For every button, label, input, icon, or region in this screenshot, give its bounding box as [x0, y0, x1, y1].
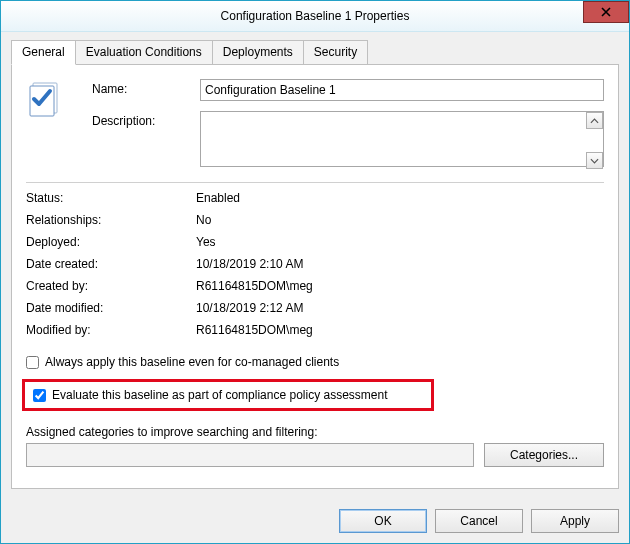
assigned-categories-label: Assigned categories to improve searching… — [26, 425, 604, 439]
tab-evaluation-conditions[interactable]: Evaluation Conditions — [75, 40, 213, 65]
description-scroll-down[interactable] — [586, 152, 603, 169]
evaluate-checkbox[interactable] — [33, 389, 46, 402]
name-label: Name: — [92, 79, 192, 96]
deployed-label: Deployed: — [26, 235, 196, 249]
created-by-value: R61164815DOM\meg — [196, 279, 604, 293]
close-icon — [601, 7, 611, 17]
always-apply-label[interactable]: Always apply this baseline even for co-m… — [45, 355, 339, 369]
deployed-value: Yes — [196, 235, 604, 249]
assigned-categories-box — [26, 443, 474, 467]
separator — [26, 182, 604, 183]
highlighted-option: Evaluate this baseline as part of compli… — [22, 379, 434, 411]
date-modified-label: Date modified: — [26, 301, 196, 315]
dialog-window: Configuration Baseline 1 Properties Gene… — [0, 0, 630, 544]
ok-button[interactable]: OK — [339, 509, 427, 533]
description-scroll-up[interactable] — [586, 112, 603, 129]
window-title: Configuration Baseline 1 Properties — [221, 9, 410, 23]
status-label: Status: — [26, 191, 196, 205]
relationships-label: Relationships: — [26, 213, 196, 227]
description-input[interactable] — [200, 111, 604, 167]
created-by-label: Created by: — [26, 279, 196, 293]
always-apply-checkbox[interactable] — [26, 356, 39, 369]
properties-grid: Status: Enabled Relationships: No Deploy… — [26, 191, 604, 337]
close-button[interactable] — [583, 1, 629, 23]
categories-button[interactable]: Categories... — [484, 443, 604, 467]
name-input[interactable] — [200, 79, 604, 101]
date-modified-value: 10/18/2019 2:12 AM — [196, 301, 604, 315]
evaluate-label[interactable]: Evaluate this baseline as part of compli… — [52, 388, 388, 402]
status-value: Enabled — [196, 191, 604, 205]
chevron-down-icon — [590, 158, 599, 164]
relationships-value: No — [196, 213, 604, 227]
cancel-button[interactable]: Cancel — [435, 509, 523, 533]
description-label: Description: — [92, 111, 192, 128]
tabstrip: General Evaluation Conditions Deployment… — [11, 40, 619, 65]
baseline-icon — [26, 79, 84, 122]
titlebar: Configuration Baseline 1 Properties — [1, 1, 629, 32]
chevron-up-icon — [590, 118, 599, 124]
modified-by-value: R61164815DOM\meg — [196, 323, 604, 337]
tab-general[interactable]: General — [11, 40, 76, 65]
dialog-footer: OK Cancel Apply — [1, 499, 629, 543]
client-area: General Evaluation Conditions Deployment… — [1, 32, 629, 499]
tab-deployments[interactable]: Deployments — [212, 40, 304, 65]
date-created-value: 10/18/2019 2:10 AM — [196, 257, 604, 271]
tab-security[interactable]: Security — [303, 40, 368, 65]
apply-button[interactable]: Apply — [531, 509, 619, 533]
modified-by-label: Modified by: — [26, 323, 196, 337]
date-created-label: Date created: — [26, 257, 196, 271]
tab-panel-general: Name: Description: Status: — [11, 64, 619, 489]
